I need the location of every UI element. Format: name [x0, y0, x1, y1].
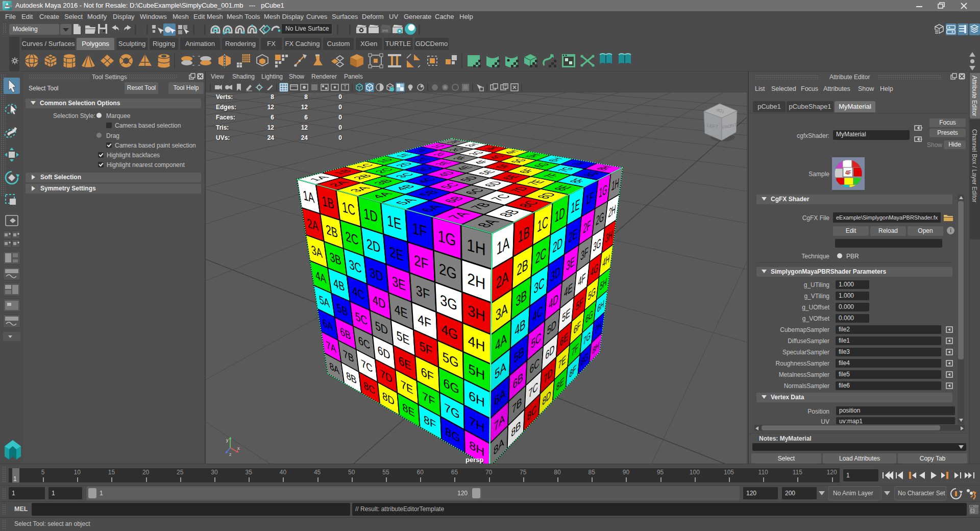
svg-text:y: y: [226, 438, 229, 443]
svg-text:x: x: [237, 446, 240, 451]
svg-text:z: z: [229, 452, 232, 457]
svg-text:4F: 4F: [845, 170, 851, 176]
svg-text:T: T: [344, 85, 347, 90]
svg-text:{;}: {;}: [970, 508, 975, 513]
svg-text:IPR: IPR: [382, 29, 388, 33]
